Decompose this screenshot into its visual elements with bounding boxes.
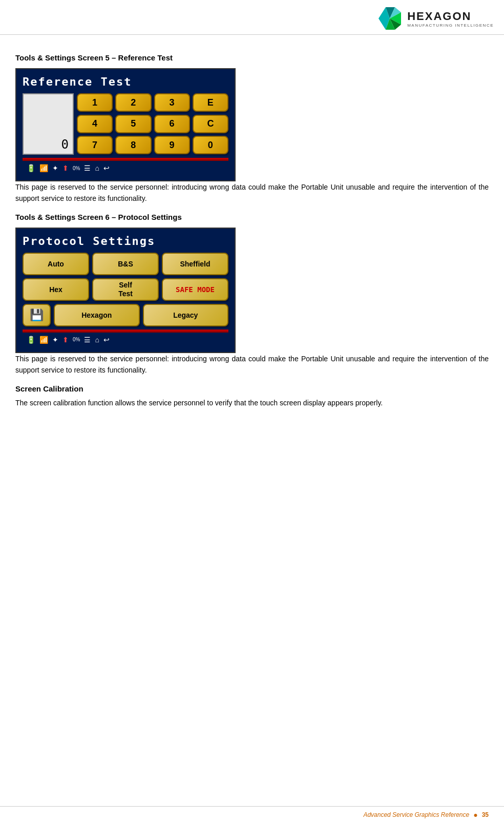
btn-save: 💾 <box>23 304 51 326</box>
battery-pct-2: 0% <box>73 337 80 342</box>
home-icon: ⌂ <box>95 164 99 172</box>
footer-bullet: ● <box>473 811 477 819</box>
key-3: 3 <box>154 93 190 112</box>
key-5: 5 <box>115 115 151 133</box>
back-icon: ↩ <box>103 164 110 172</box>
menu-icon: ☰ <box>84 164 91 172</box>
btn-hex: Hex <box>23 278 89 301</box>
section-screen-calibration: Screen Calibration The screen calibratio… <box>15 384 489 408</box>
btn-legacy: Legacy <box>143 304 229 326</box>
battery-pct: 0% <box>73 166 80 171</box>
section2-title: Tools & Settings Screen 6 – Protocol Set… <box>15 213 489 221</box>
bluetooth-icon: ✦ <box>52 164 58 172</box>
ref-test-layout: 0 1 2 3 E 4 5 6 C 7 8 9 0 <box>23 93 228 155</box>
alert-icon-2: ⬆ <box>62 336 69 344</box>
key-7: 7 <box>77 136 113 154</box>
home-icon-2: ⌂ <box>95 336 99 344</box>
key-6: 6 <box>154 115 190 133</box>
battery-icon-2: 🔋 <box>27 336 35 344</box>
status-bar-1: 🔋 📶 ✦ ⬆ 0% ☰ ⌂ ↩ <box>23 162 228 174</box>
battery-icon: 🔋 <box>27 164 35 172</box>
key-1: 1 <box>77 93 113 112</box>
red-bar <box>23 158 228 161</box>
footer-page-number: 35 <box>482 811 489 818</box>
protocol-settings-screen: Protocol Settings Auto B&S Sheffield Hex… <box>15 228 236 353</box>
key-0: 0 <box>193 136 228 154</box>
red-bar-2 <box>23 330 228 333</box>
menu-icon-2: ☰ <box>84 336 91 344</box>
ref-test-value: 0 <box>61 137 69 152</box>
section1-title: Tools & Settings Screen 5 – Reference Te… <box>15 53 489 62</box>
btn-sheffield: Sheffield <box>162 253 228 275</box>
page-header: HEXAGON MANUFACTURING INTELLIGENCE <box>0 0 504 35</box>
section-protocol-settings: Tools & Settings Screen 6 – Protocol Set… <box>15 213 489 376</box>
ref-test-screen-title: Reference Test <box>23 75 228 88</box>
section3-paragraph: The screen calibration function allows t… <box>15 397 489 408</box>
key-4: 4 <box>77 115 113 133</box>
section1-paragraph: This page is reserved to the service per… <box>15 181 489 204</box>
key-C: C <box>193 115 228 133</box>
protocol-row-3: 💾 Hexagon Legacy <box>23 304 228 326</box>
btn-bs: B&S <box>92 253 159 275</box>
logo-text-block: HEXAGON MANUFACTURING INTELLIGENCE <box>407 10 494 28</box>
logo-hexagon-label: HEXAGON <box>407 10 471 23</box>
wifi-icon-2: 📶 <box>39 336 48 344</box>
footer-text: Advanced Service Graphics Reference <box>363 811 469 818</box>
btn-hexagon: Hexagon <box>54 304 140 326</box>
reference-test-screen: Reference Test 0 1 2 3 E 4 5 6 C 7 8 9 <box>15 68 236 181</box>
btn-safe-mode: SAFE MODE <box>162 278 228 301</box>
key-9: 9 <box>154 136 190 154</box>
btn-self-test: SelfTest <box>92 278 159 301</box>
protocol-screen-title: Protocol Settings <box>23 235 228 248</box>
ref-test-keypad: 1 2 3 E 4 5 6 C 7 8 9 0 <box>77 93 228 155</box>
main-content: Tools & Settings Screen 5 – Reference Te… <box>0 35 504 447</box>
alert-icon: ⬆ <box>62 164 69 172</box>
wifi-icon: 📶 <box>39 164 48 172</box>
bluetooth-icon-2: ✦ <box>52 336 58 344</box>
section3-title: Screen Calibration <box>15 384 489 393</box>
page-footer: Advanced Service Graphics Reference ● 35 <box>0 806 504 823</box>
btn-auto: Auto <box>23 253 89 275</box>
protocol-row-2: Hex SelfTest SAFE MODE <box>23 278 228 301</box>
section2-paragraph: This page is reserved to the service per… <box>15 353 489 376</box>
hexagon-logo: HEXAGON MANUFACTURING INTELLIGENCE <box>376 5 494 32</box>
protocol-grid: Auto B&S Sheffield Hex SelfTest SAFE MOD… <box>23 253 228 326</box>
status-bar-2: 🔋 📶 ✦ ⬆ 0% ☰ ⌂ ↩ <box>23 334 228 346</box>
logo-sub-label: MANUFACTURING INTELLIGENCE <box>407 23 494 28</box>
key-E: E <box>193 93 228 112</box>
ref-test-display: 0 <box>23 93 74 155</box>
key-2: 2 <box>115 93 151 112</box>
hexagon-logo-diamond <box>376 5 403 32</box>
back-icon-2: ↩ <box>103 336 110 344</box>
section-reference-test: Tools & Settings Screen 5 – Reference Te… <box>15 53 489 204</box>
key-8: 8 <box>115 136 151 154</box>
protocol-row-1: Auto B&S Sheffield <box>23 253 228 275</box>
